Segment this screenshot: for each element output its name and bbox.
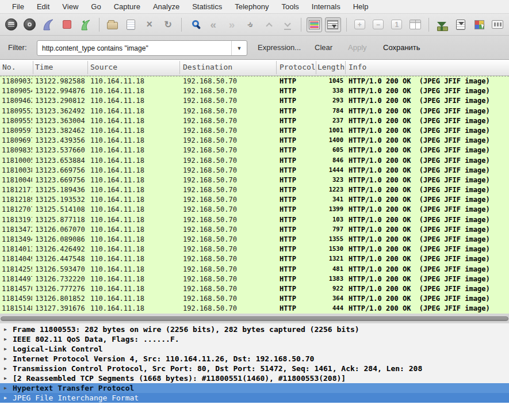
stop-capture-button[interactable]: [59, 17, 75, 32]
expand-arrow-icon[interactable]: ▶: [4, 354, 7, 364]
packet-row[interactable]: 1181218913125.193532110.164.11.18192.168…: [0, 194, 509, 204]
packet-cell-proto: HTTP: [280, 126, 314, 136]
packet-row[interactable]: 1180983513123.537660110.164.11.18192.168…: [0, 145, 509, 155]
menu-item-go[interactable]: Go: [85, 0, 107, 13]
expand-arrow-icon[interactable]: ▶: [4, 334, 7, 344]
detail-row[interactable]: ▶Frame 11800553: 282 bytes on wire (2256…: [0, 324, 509, 334]
menu-item-telephony[interactable]: Telephony: [228, 0, 275, 13]
detail-row[interactable]: ▶Logical-Link Control: [0, 344, 509, 354]
packet-row[interactable]: 1181004013123.669756110.164.11.18192.168…: [0, 175, 509, 185]
capture-filters-button[interactable]: [434, 17, 450, 32]
splitter-handle-icon[interactable]: [1, 316, 508, 321]
go-to-bottom-button[interactable]: [280, 17, 295, 32]
packet-row[interactable]: 1180959713123.382462110.164.11.18192.168…: [0, 125, 509, 135]
zoom-out-button[interactable]: −: [370, 17, 386, 32]
column-header-length[interactable]: Length: [317, 63, 345, 71]
packet-row[interactable]: 1180905413122.994876110.164.11.18192.168…: [0, 86, 509, 96]
column-header-info[interactable]: Info: [349, 63, 366, 71]
detail-row[interactable]: ▶Internet Protocol Version 4, Src: 110.1…: [0, 354, 509, 364]
column-header-source[interactable]: Source: [90, 63, 117, 71]
go-back-button[interactable]: «: [205, 17, 221, 32]
column-divider[interactable]: [276, 61, 277, 74]
packet-cell-no: 11812189: [2, 195, 32, 205]
detail-row[interactable]: ▶Transmission Control Protocol, Src Port…: [0, 364, 509, 373]
go-to-top-button[interactable]: [261, 17, 277, 32]
packet-row[interactable]: 1181347213126.067070110.164.11.18192.168…: [0, 224, 509, 234]
packet-row[interactable]: 1181425913126.593470110.164.11.18192.168…: [0, 264, 509, 274]
expand-arrow-icon[interactable]: ▶: [4, 393, 7, 403]
go-forward-button[interactable]: »: [224, 17, 239, 32]
colorize-button[interactable]: [307, 17, 322, 32]
column-header-time[interactable]: Time: [35, 63, 53, 71]
column-header-no[interactable]: No.: [2, 63, 16, 71]
apply-button[interactable]: Apply: [348, 43, 367, 52]
start-capture-button[interactable]: [41, 17, 56, 32]
auto-scroll-button[interactable]: [325, 17, 340, 32]
column-divider[interactable]: [345, 61, 346, 74]
menu-item-internals[interactable]: Internals: [305, 0, 347, 13]
expand-arrow-icon[interactable]: ▶: [4, 344, 7, 354]
save-file-button[interactable]: [123, 17, 139, 32]
clear-button[interactable]: Clear: [315, 43, 332, 52]
packet-row[interactable]: 1181457013126.777276110.164.11.18192.168…: [0, 284, 509, 293]
packet-row[interactable]: 1181401313126.426492110.164.11.18192.168…: [0, 244, 509, 254]
packet-row[interactable]: 1181459813126.801852110.164.11.18192.168…: [0, 293, 509, 303]
column-header-destination[interactable]: Destination: [183, 63, 232, 71]
packet-row[interactable]: 1181514813127.391676110.164.11.18192.168…: [0, 303, 509, 313]
pane-splitter[interactable]: [0, 314, 509, 323]
packet-row[interactable]: 1181217113125.189436110.164.11.18192.168…: [0, 185, 509, 194]
column-divider[interactable]: [87, 61, 88, 74]
column-divider[interactable]: [179, 61, 180, 74]
packet-row[interactable]: 1181003813123.669756110.164.11.18192.168…: [0, 165, 509, 175]
column-divider[interactable]: [33, 61, 33, 74]
filter-dropdown-button[interactable]: ▼: [231, 41, 247, 55]
menu-item-file[interactable]: File: [6, 0, 30, 13]
menu-item-capture[interactable]: Capture: [108, 0, 147, 13]
expand-arrow-icon[interactable]: ▶: [4, 373, 7, 383]
packet-row[interactable]: 1180955513123.363004110.164.11.18192.168…: [0, 116, 509, 125]
column-divider[interactable]: [316, 61, 316, 74]
expand-arrow-icon[interactable]: ▶: [4, 383, 7, 393]
menu-item-statistics[interactable]: Statistics: [186, 0, 228, 13]
list-interfaces-button[interactable]: [3, 17, 19, 32]
detail-row[interactable]: ▶Hypertext Transfer Protocol: [0, 383, 509, 393]
reload-button[interactable]: ↻: [160, 17, 176, 32]
expand-arrow-icon[interactable]: ▶: [4, 324, 7, 334]
packet-row[interactable]: 1181404913126.447548110.164.11.18192.168…: [0, 254, 509, 264]
save-button[interactable]: Сохранить: [383, 43, 420, 52]
packet-row[interactable]: 1180955213123.362492110.164.11.18192.168…: [0, 106, 509, 116]
detail-row[interactable]: ▶JPEG File Interchange Format: [0, 393, 509, 403]
open-file-button[interactable]: [105, 17, 120, 32]
detail-row[interactable]: ▶[2 Reassembled TCP Segments (1668 bytes…: [0, 373, 509, 383]
filter-input-wrap[interactable]: ▼: [37, 40, 247, 56]
packet-row[interactable]: 1181000513123.653884110.164.11.18192.168…: [0, 155, 509, 165]
packet-row[interactable]: 1181349413126.089086110.164.11.18192.168…: [0, 234, 509, 244]
detail-row[interactable]: ▶IEEE 802.11 QoS Data, Flags: ......F.: [0, 334, 509, 344]
packet-row[interactable]: 1180903213122.982588110.164.11.18192.168…: [0, 76, 509, 86]
packet-row[interactable]: 1180946213123.290812110.164.11.18192.168…: [0, 96, 509, 105]
expression-button[interactable]: Expression...: [258, 43, 301, 52]
zoom-in-button[interactable]: +: [352, 17, 368, 32]
resize-columns-button[interactable]: [407, 17, 423, 32]
column-header-protocol[interactable]: Protocol: [280, 63, 316, 71]
menu-item-view[interactable]: View: [56, 0, 85, 13]
expand-arrow-icon[interactable]: ▶: [4, 364, 7, 373]
restart-capture-button[interactable]: [78, 17, 93, 32]
zoom-100-button[interactable]: 1: [389, 17, 404, 32]
menu-item-tools[interactable]: Tools: [275, 0, 305, 13]
find-packet-button[interactable]: [187, 17, 202, 32]
packet-row[interactable]: 1181270713125.514108110.164.11.18192.168…: [0, 204, 509, 214]
display-filters-button[interactable]: [453, 17, 468, 32]
packet-row[interactable]: 1180969713123.439356110.164.11.18192.168…: [0, 135, 509, 145]
coloring-rules-button[interactable]: [471, 17, 487, 32]
preferences-button[interactable]: [490, 17, 506, 32]
menu-item-edit[interactable]: Edit: [30, 0, 56, 13]
capture-options-button[interactable]: [22, 17, 37, 32]
menu-item-analyze[interactable]: Analyze: [147, 0, 186, 13]
filter-input[interactable]: [37, 41, 231, 55]
menu-item-help[interactable]: Help: [347, 0, 375, 13]
packet-row[interactable]: 1181449713126.732220110.164.11.18192.168…: [0, 274, 509, 284]
packet-row[interactable]: 1181319113125.877118110.164.11.18192.168…: [0, 215, 509, 224]
close-file-button[interactable]: ×: [141, 17, 157, 32]
go-to-packet-button[interactable]: »: [243, 17, 258, 32]
